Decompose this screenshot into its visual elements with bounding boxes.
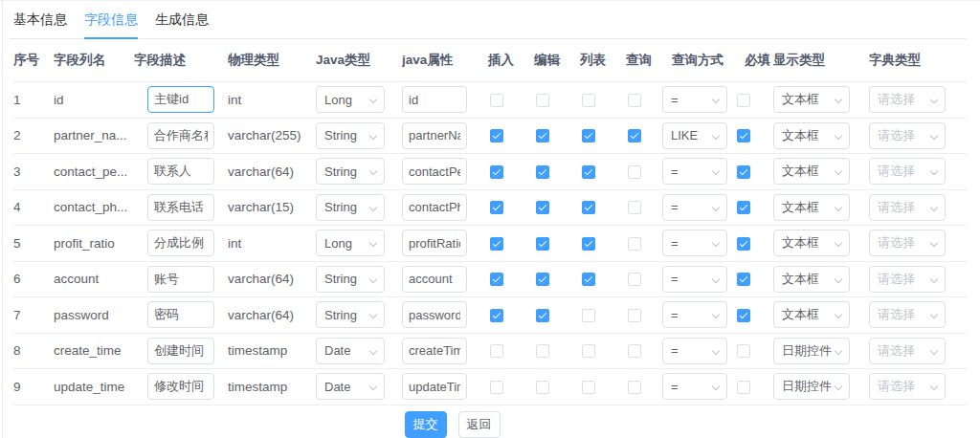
display-type-select[interactable]: 日期控件 [773,338,850,364]
list-checkbox[interactable] [582,309,595,322]
query-checkbox[interactable] [628,94,641,107]
query-mode-select[interactable]: = [662,86,727,113]
edit-checkbox[interactable] [536,273,549,286]
description-input[interactable] [147,86,214,113]
dict-type-select[interactable]: 请选择 [869,266,946,293]
list-checkbox[interactable] [582,273,595,286]
list-checkbox[interactable] [582,201,595,214]
java-property-input[interactable] [402,373,467,400]
required-checkbox[interactable] [737,237,750,251]
list-checkbox[interactable] [582,381,595,394]
description-input[interactable] [147,194,214,221]
display-type-select[interactable]: 文本框 [773,122,850,149]
query-checkbox[interactable] [628,201,641,214]
tab-basic-info[interactable]: 基本信息 [13,1,67,38]
edit-checkbox[interactable] [536,381,549,394]
java-type-select[interactable]: Long [316,230,385,256]
display-type-select[interactable]: 文本框 [773,158,850,185]
dict-type-select[interactable]: 请选择 [869,122,946,149]
description-input[interactable] [147,301,214,328]
required-checkbox[interactable] [737,129,750,142]
query-checkbox[interactable] [628,237,641,251]
display-type-select[interactable]: 文本框 [773,86,850,113]
list-checkbox[interactable] [582,344,595,358]
java-type-select[interactable]: String [316,158,385,185]
java-type-select[interactable]: String [316,266,385,293]
tab-generate-info[interactable]: 生成信息 [155,1,209,38]
java-property-input[interactable] [402,230,467,256]
list-checkbox[interactable] [582,237,595,251]
submit-button[interactable]: 提交 [405,411,447,438]
java-type-select[interactable]: String [316,122,385,149]
java-type-select[interactable]: String [316,194,385,221]
query-checkbox[interactable] [628,165,641,179]
query-checkbox[interactable] [628,344,641,358]
query-checkbox[interactable] [628,129,641,142]
insert-checkbox[interactable] [490,94,503,107]
insert-checkbox[interactable] [490,165,503,179]
dict-type-select[interactable]: 请选择 [869,194,946,221]
query-checkbox[interactable] [628,381,641,394]
query-mode-select[interactable]: LIKE [662,122,727,149]
edit-checkbox[interactable] [536,344,549,358]
java-property-input[interactable] [402,266,467,293]
java-property-input[interactable] [402,158,467,185]
query-mode-select[interactable]: = [662,230,727,256]
list-checkbox[interactable] [582,165,595,179]
query-mode-select[interactable]: = [662,301,727,328]
java-property-input[interactable] [402,194,467,221]
description-input[interactable] [147,373,214,400]
description-input[interactable] [147,266,214,293]
java-type-select[interactable]: Long [316,86,385,113]
required-checkbox[interactable] [737,344,750,358]
query-checkbox[interactable] [628,309,641,322]
java-type-select[interactable]: Date [316,373,385,400]
edit-checkbox[interactable] [536,165,549,179]
required-checkbox[interactable] [737,94,750,107]
insert-checkbox[interactable] [490,201,503,214]
insert-checkbox[interactable] [490,237,503,251]
java-property-input[interactable] [402,86,467,113]
description-input[interactable] [147,230,214,256]
java-property-input[interactable] [402,122,467,149]
description-input[interactable] [147,158,214,185]
edit-checkbox[interactable] [536,201,549,214]
description-input[interactable] [147,122,214,149]
query-mode-select[interactable]: = [662,158,727,185]
dict-type-select[interactable]: 请选择 [869,230,946,256]
java-type-select[interactable]: Date [316,338,385,364]
required-checkbox[interactable] [737,381,750,394]
required-checkbox[interactable] [737,309,750,322]
dict-type-select[interactable]: 请选择 [869,86,946,113]
insert-checkbox[interactable] [490,381,503,394]
insert-checkbox[interactable] [490,129,503,142]
insert-checkbox[interactable] [490,344,503,358]
display-type-select[interactable]: 日期控件 [773,373,850,400]
query-mode-select[interactable]: = [662,373,727,400]
display-type-select[interactable]: 文本框 [773,230,850,256]
dict-type-select[interactable]: 请选择 [869,301,946,328]
required-checkbox[interactable] [737,273,750,286]
required-checkbox[interactable] [737,165,750,179]
java-property-input[interactable] [402,338,467,364]
description-input[interactable] [147,338,214,364]
query-mode-select[interactable]: = [662,266,727,293]
insert-checkbox[interactable] [490,309,503,322]
back-button[interactable]: 返回 [458,411,501,438]
display-type-select[interactable]: 文本框 [773,301,850,328]
query-mode-select[interactable]: = [662,338,727,364]
java-type-select[interactable]: String [316,301,385,328]
dict-type-select[interactable]: 请选择 [869,373,946,400]
query-mode-select[interactable]: = [662,194,727,221]
dict-type-select[interactable]: 请选择 [869,338,946,364]
edit-checkbox[interactable] [536,129,549,142]
list-checkbox[interactable] [582,94,595,107]
list-checkbox[interactable] [582,129,595,142]
display-type-select[interactable]: 文本框 [773,194,850,221]
edit-checkbox[interactable] [536,94,549,107]
required-checkbox[interactable] [737,201,750,214]
dict-type-select[interactable]: 请选择 [869,158,946,185]
edit-checkbox[interactable] [536,237,549,251]
insert-checkbox[interactable] [490,273,503,286]
tab-field-info[interactable]: 字段信息 [84,1,138,38]
